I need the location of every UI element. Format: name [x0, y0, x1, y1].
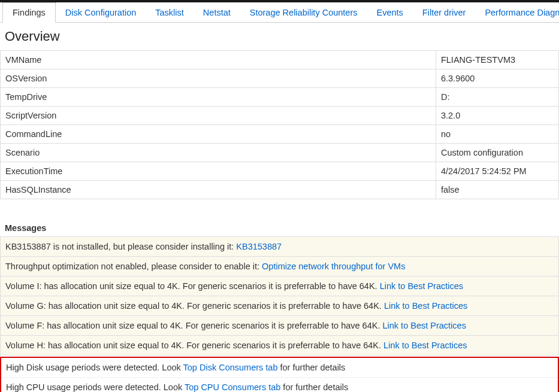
message-row: Volume F: has allocation unit size equal… — [0, 316, 559, 336]
highlight-row: High Disk usage periods were detected. L… — [1, 358, 558, 377]
message-row: Volume G: has allocation unit size equal… — [0, 296, 559, 316]
tab-storage-reliability-counters[interactable]: Storage Reliability Counters — [240, 3, 367, 22]
prop-value: no — [436, 125, 558, 144]
message-link[interactable]: Link to Best Practices — [383, 341, 467, 350]
message-text: for further details — [278, 363, 346, 372]
table-row: ExecutionTime4/24/2017 5:24:52 PM — [1, 162, 559, 181]
message-link[interactable]: Link to Best Practices — [382, 321, 466, 330]
prop-value: FLIANG-TESTVM3 — [436, 51, 558, 69]
message-text: Volume F: has allocation unit size equal… — [5, 321, 382, 330]
table-row: TempDriveD: — [1, 88, 559, 107]
prop-key: VMName — [1, 51, 436, 69]
tab-findings[interactable]: Findings — [2, 2, 56, 23]
message-row: KB3153887 is not installed, but please c… — [0, 236, 559, 257]
message-link[interactable]: Link to Best Practices — [380, 281, 463, 291]
message-link[interactable]: Top Disk Consumers tab — [183, 363, 278, 372]
message-text: Volume I: has allocation unit size equal… — [5, 281, 380, 291]
message-row: Volume H: has allocation unit size equal… — [0, 336, 559, 355]
tab-netstat[interactable]: Netstat — [194, 3, 240, 22]
tab-performance-diagnostics[interactable]: Performance Diagnostics — [475, 3, 559, 22]
overview-heading: Overview — [5, 29, 554, 44]
prop-key: HasSQLInstance — [1, 181, 436, 199]
tab-events[interactable]: Events — [367, 3, 413, 22]
table-row: CommandLineno — [1, 125, 559, 144]
highlighted-messages: High Disk usage periods were detected. L… — [0, 357, 559, 392]
table-row: HasSQLInstancefalse — [1, 181, 559, 199]
table-row: OSVersion6.3.9600 — [1, 69, 559, 88]
prop-value: false — [436, 181, 558, 199]
prop-value: 3.2.0 — [436, 107, 558, 125]
tab-filter-driver[interactable]: Filter driver — [413, 3, 476, 22]
prop-key: TempDrive — [1, 88, 436, 107]
highlight-row: High CPU usage periods were detected. Lo… — [1, 377, 558, 392]
prop-key: ExecutionTime — [1, 162, 436, 181]
message-text: High CPU usage periods were detected. Lo… — [6, 382, 185, 392]
tab-disk-configuration[interactable]: Disk Configuration — [56, 3, 146, 22]
prop-value: D: — [436, 88, 558, 107]
prop-key: Scenario — [1, 144, 436, 162]
prop-value: 4/24/2017 5:24:52 PM — [436, 162, 558, 181]
table-row: ScenarioCustom configuration — [1, 144, 559, 162]
overview-table: VMNameFLIANG-TESTVM3 OSVersion6.3.9600 T… — [0, 50, 559, 199]
message-link[interactable]: Optimize network throughput for VMs — [262, 262, 405, 271]
prop-key: OSVersion — [1, 69, 436, 88]
prop-value: 6.3.9600 — [436, 69, 558, 88]
message-link[interactable]: Top CPU Consumers tab — [185, 382, 280, 392]
table-row: ScriptVersion3.2.0 — [1, 107, 559, 125]
tab-strip: Findings Disk Configuration Tasklist Net… — [0, 2, 559, 23]
table-row: VMNameFLIANG-TESTVM3 — [1, 51, 559, 69]
message-text: for further details — [280, 382, 348, 392]
message-text: Volume G: has allocation unit size equal… — [5, 301, 384, 311]
message-link[interactable]: KB3153887 — [236, 242, 282, 251]
message-text: High Disk usage periods were detected. L… — [6, 363, 183, 372]
tab-tasklist[interactable]: Tasklist — [146, 3, 194, 22]
prop-value: Custom configuration — [436, 144, 558, 162]
message-text: KB3153887 is not installed, but please c… — [5, 242, 236, 251]
message-link[interactable]: Link to Best Practices — [384, 301, 467, 311]
messages-heading: Messages — [5, 223, 554, 233]
message-text: Throughput optimization not enabled, ple… — [5, 262, 262, 271]
message-text: Volume H: has allocation unit size equal… — [5, 341, 383, 350]
prop-key: CommandLine — [1, 125, 436, 144]
prop-key: ScriptVersion — [1, 107, 436, 125]
messages-list: KB3153887 is not installed, but please c… — [0, 236, 559, 355]
message-row: Volume I: has allocation unit size equal… — [0, 276, 559, 296]
message-row: Throughput optimization not enabled, ple… — [0, 257, 559, 276]
